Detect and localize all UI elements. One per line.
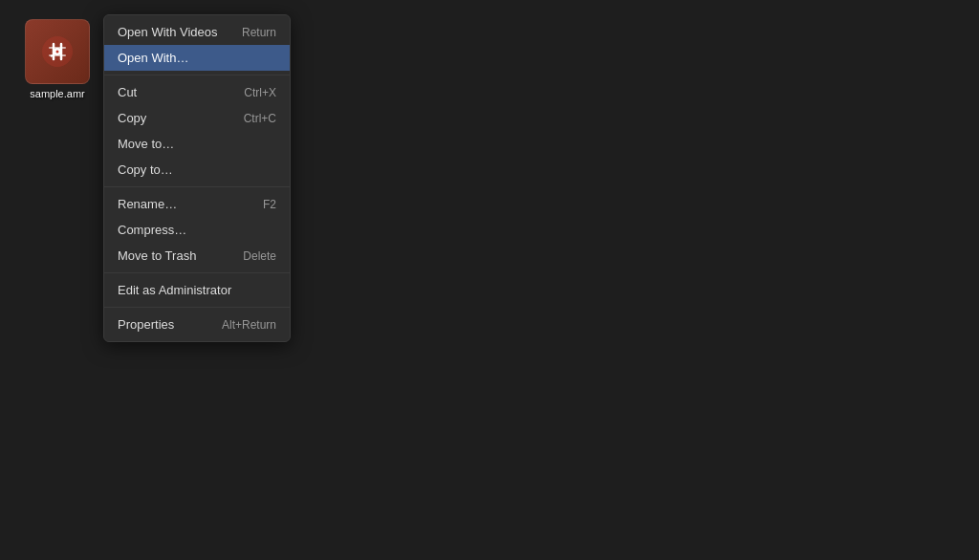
menu-item-cut[interactable]: Cut Ctrl+X [104, 79, 290, 105]
menu-item-cut-label: Cut [118, 85, 137, 99]
menu-item-properties-label: Properties [118, 317, 174, 332]
menu-item-move-to-label: Move to… [118, 137, 174, 151]
menu-item-open-with-label: Open With… [118, 51, 188, 65]
menu-item-move-to-trash[interactable]: Move to Trash Delete [104, 243, 290, 269]
separator-1 [104, 75, 290, 75]
menu-item-compress-label: Compress… [118, 223, 186, 237]
menu-item-open-with[interactable]: Open With… [104, 45, 290, 71]
menu-item-edit-as-admin-label: Edit as Administrator [118, 283, 231, 297]
desktop: ♪ sample.amr Open With Videos Return Ope… [0, 0, 979, 560]
menu-item-copy-label: Copy [118, 111, 146, 125]
menu-item-copy-shortcut: Ctrl+C [244, 112, 276, 125]
menu-item-rename-label: Rename… [118, 197, 177, 211]
menu-item-open-with-videos-shortcut: Return [242, 26, 276, 39]
file-label: sample.amr [30, 88, 84, 99]
menu-item-move-to-trash-label: Move to Trash [118, 248, 196, 263]
menu-item-compress[interactable]: Compress… [104, 217, 290, 243]
menu-item-move-to-trash-shortcut: Delete [243, 249, 276, 263]
svg-text:♪: ♪ [49, 42, 57, 61]
separator-4 [104, 307, 290, 308]
separator-2 [104, 186, 290, 187]
menu-item-copy-to[interactable]: Copy to… [104, 157, 290, 183]
menu-item-properties[interactable]: Properties Alt+Return [104, 312, 290, 337]
menu-item-open-with-videos[interactable]: Open With Videos Return [104, 19, 290, 45]
context-menu: Open With Videos Return Open With… Cut C… [103, 14, 291, 342]
menu-item-cut-shortcut: Ctrl+X [244, 86, 276, 99]
menu-item-open-with-videos-label: Open With Videos [118, 25, 218, 39]
menu-item-copy-to-label: Copy to… [118, 162, 173, 177]
file-icon-container[interactable]: ♪ sample.amr [19, 19, 96, 99]
menu-item-copy[interactable]: Copy Ctrl+C [104, 105, 290, 131]
menu-item-properties-shortcut: Alt+Return [222, 318, 276, 332]
file-icon: ♪ [25, 19, 90, 84]
menu-item-rename[interactable]: Rename… F2 [104, 191, 290, 217]
separator-3 [104, 272, 290, 273]
menu-item-rename-shortcut: F2 [263, 198, 276, 211]
menu-item-move-to[interactable]: Move to… [104, 131, 290, 157]
music-icon: ♪ [40, 34, 75, 69]
menu-item-edit-as-admin[interactable]: Edit as Administrator [104, 277, 290, 303]
